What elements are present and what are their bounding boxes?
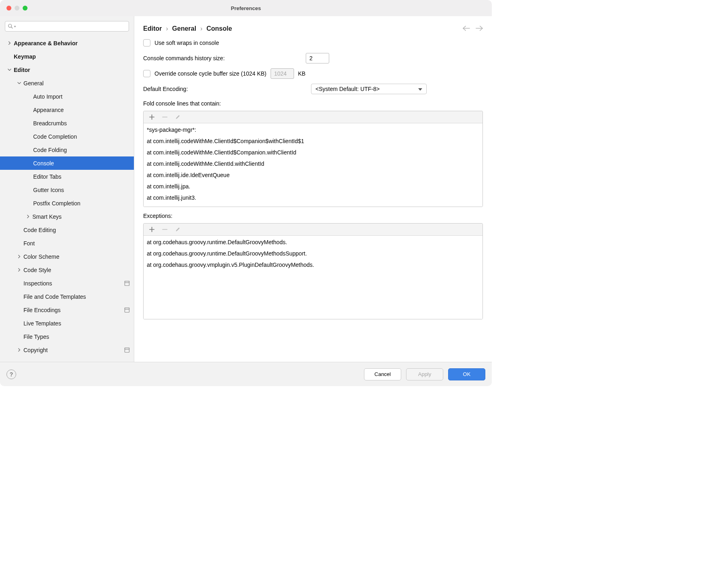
apply-button: Apply xyxy=(406,368,443,380)
list-item[interactable]: at com.intellij.ide.IdeEventQueue xyxy=(144,169,483,181)
sidebar-item-label: Console xyxy=(33,160,130,167)
ok-button[interactable]: OK xyxy=(448,368,485,380)
chevron-right-icon[interactable] xyxy=(16,254,22,260)
sidebar-item-code-editing[interactable]: Code Editing xyxy=(0,223,134,237)
list-item[interactable]: at org.codehaus.groovy.runtime.DefaultGr… xyxy=(144,248,483,259)
chevron-placeholder xyxy=(16,334,22,340)
chevron-right-icon[interactable] xyxy=(16,347,22,353)
chevron-right-icon[interactable] xyxy=(16,267,22,273)
sidebar-item-label: Appearance xyxy=(33,107,130,113)
sidebar-item-label: Code Style xyxy=(23,267,130,273)
sidebar-item-live-templates[interactable]: Live Templates xyxy=(0,317,134,330)
override-buffer-input xyxy=(271,68,294,79)
chevron-right-icon: › xyxy=(166,25,168,32)
list-item[interactable]: at com.intellij.junit3. xyxy=(144,192,483,203)
sidebar-item-code-completion[interactable]: Code Completion xyxy=(0,130,134,143)
svg-rect-4 xyxy=(125,308,129,312)
window-title: Preferences xyxy=(0,5,492,11)
project-level-icon xyxy=(124,307,130,313)
list-item[interactable]: at com.intellij.codeWithMe.ClientId$Comp… xyxy=(144,147,483,158)
sidebar-item-label: Gutter Icons xyxy=(33,187,130,193)
exceptions-section-label: Exceptions: xyxy=(143,213,483,219)
help-button[interactable]: ? xyxy=(6,370,16,379)
sidebar: ▾ Appearance & BehaviorKeymapEditorGener… xyxy=(0,16,134,362)
chevron-right-icon[interactable] xyxy=(25,214,31,220)
sidebar-item-appearance[interactable]: Appearance xyxy=(0,103,134,116)
list-item[interactable]: at org.codehaus.groovy.vmplugin.v5.Plugi… xyxy=(144,259,483,270)
forward-icon[interactable] xyxy=(476,25,483,32)
chevron-placeholder xyxy=(6,54,12,59)
sidebar-item-color-scheme[interactable]: Color Scheme xyxy=(0,250,134,263)
main-panel: Editor › General › Console Use soft wrap… xyxy=(134,16,492,362)
exceptions-list-body[interactable]: at org.codehaus.groovy.runtime.DefaultGr… xyxy=(144,236,483,319)
sidebar-item-code-folding[interactable]: Code Folding xyxy=(0,143,134,156)
encoding-select[interactable]: <System Default: UTF-8> xyxy=(311,84,427,94)
list-item[interactable]: at com.intellij.codeWithMe.ClientId.with… xyxy=(144,158,483,169)
sidebar-item-label: Keymap xyxy=(14,53,130,60)
search-field[interactable] xyxy=(16,23,126,30)
add-icon[interactable] xyxy=(148,226,155,233)
remove-icon xyxy=(161,226,168,233)
sidebar-item-label: Code Folding xyxy=(33,147,130,153)
chevron-placeholder xyxy=(16,294,22,300)
sidebar-item-gutter-icons[interactable]: Gutter Icons xyxy=(0,183,134,196)
chevron-placeholder xyxy=(16,241,22,246)
list-item[interactable]: at org.codehaus.groovy.runtime.DefaultGr… xyxy=(144,237,483,248)
sidebar-item-appearance-behavior[interactable]: Appearance & Behavior xyxy=(0,36,134,50)
history-size-input[interactable] xyxy=(306,53,329,63)
sidebar-item-auto-import[interactable]: Auto Import xyxy=(0,90,134,103)
sidebar-item-file-encodings[interactable]: File Encodings xyxy=(0,303,134,317)
history-size-label: Console commands history size: xyxy=(143,55,225,61)
sidebar-item-label: Smart Keys xyxy=(32,213,130,220)
chevron-placeholder xyxy=(16,321,22,326)
sidebar-item-font[interactable]: Font xyxy=(0,237,134,250)
breadcrumb: Editor › General › Console xyxy=(143,25,232,32)
sidebar-item-code-style[interactable]: Code Style xyxy=(0,263,134,277)
override-buffer-unit: KB xyxy=(298,70,306,77)
chevron-down-icon[interactable] xyxy=(6,67,12,73)
edit-icon xyxy=(174,114,181,120)
list-item[interactable]: *sys-package-mgr*: xyxy=(144,124,483,135)
chevron-down-icon[interactable] xyxy=(16,80,22,86)
dialog-footer: ? Cancel Apply OK xyxy=(0,362,492,386)
list-item[interactable]: at com.intellij.jpa. xyxy=(144,181,483,192)
override-buffer-checkbox[interactable] xyxy=(143,70,150,77)
svg-point-0 xyxy=(8,24,12,27)
sidebar-item-label: Appearance & Behavior xyxy=(14,40,130,46)
sidebar-item-inspections[interactable]: Inspections xyxy=(0,277,134,290)
exceptions-list-toolbar xyxy=(144,224,483,236)
soft-wraps-checkbox[interactable] xyxy=(143,39,150,46)
add-icon[interactable] xyxy=(148,114,155,120)
sidebar-item-smart-keys[interactable]: Smart Keys xyxy=(0,210,134,223)
sidebar-item-label: Auto Import xyxy=(33,93,130,100)
sidebar-item-editor-tabs[interactable]: Editor Tabs xyxy=(0,170,134,183)
list-item[interactable]: at com.intellij.junit4. xyxy=(144,203,483,207)
cancel-button[interactable]: Cancel xyxy=(364,368,401,380)
svg-rect-2 xyxy=(125,281,129,285)
sidebar-item-postfix-completion[interactable]: Postfix Completion xyxy=(0,196,134,210)
sidebar-item-label: Postfix Completion xyxy=(33,200,130,207)
back-icon[interactable] xyxy=(463,25,470,32)
svg-rect-3 xyxy=(125,281,129,283)
chevron-right-icon[interactable] xyxy=(6,40,12,46)
sidebar-item-breadcrumbs[interactable]: Breadcrumbs xyxy=(0,116,134,130)
sidebar-item-label: File Types xyxy=(23,334,130,340)
sidebar-item-file-and-code-templates[interactable]: File and Code Templates xyxy=(0,290,134,303)
sidebar-item-copyright[interactable]: Copyright xyxy=(0,343,134,357)
list-item[interactable]: at com.intellij.codeWithMe.ClientId$Comp… xyxy=(144,135,483,147)
edit-icon xyxy=(174,226,181,233)
svg-rect-7 xyxy=(125,348,129,349)
sidebar-item-editor[interactable]: Editor xyxy=(0,63,134,76)
sidebar-item-keymap[interactable]: Keymap xyxy=(0,50,134,63)
sidebar-item-file-types[interactable]: File Types xyxy=(0,330,134,343)
sidebar-item-label: Copyright xyxy=(23,347,124,353)
fold-section-label: Fold console lines that contain: xyxy=(143,100,483,107)
search-icon xyxy=(8,23,13,29)
sidebar-item-label: Code Completion xyxy=(33,133,130,140)
fold-list-body[interactable]: *sys-package-mgr*:at com.intellij.codeWi… xyxy=(144,123,483,207)
sidebar-item-general[interactable]: General xyxy=(0,76,134,90)
search-input[interactable]: ▾ xyxy=(5,21,129,32)
settings-tree[interactable]: Appearance & BehaviorKeymapEditorGeneral… xyxy=(0,34,134,362)
chevron-placeholder xyxy=(16,307,22,313)
sidebar-item-console[interactable]: Console xyxy=(0,156,134,170)
